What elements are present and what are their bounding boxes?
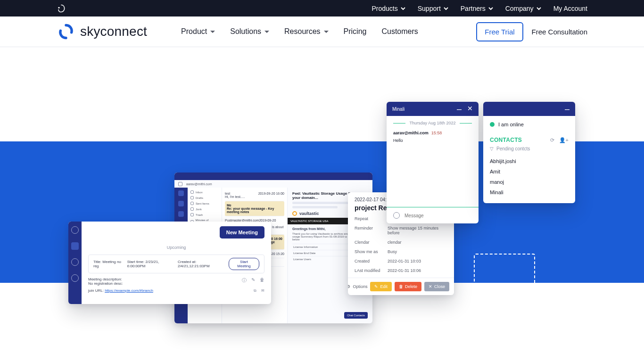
- close-button[interactable]: ✕Close: [424, 282, 449, 291]
- trash-icon[interactable]: 🗑: [260, 277, 264, 284]
- nav-partners[interactable]: Partners: [461, 5, 493, 12]
- gear-icon: ⚙: [348, 284, 350, 289]
- email-account: aarav@mithi.com: [186, 182, 212, 186]
- folder-inbox[interactable]: Inbox: [190, 190, 219, 194]
- rail-home-icon[interactable]: [71, 226, 79, 234]
- minimize-icon[interactable]: –: [457, 105, 462, 113]
- chevron-down-icon: [401, 6, 405, 11]
- folder-drafts[interactable]: Drafts: [190, 196, 219, 199]
- main-nav: skyconnect Product Solutions Resources P…: [0, 16, 644, 47]
- swirl-logo-icon: [57, 4, 66, 13]
- meeting-row[interactable]: Title: Meeting no reg Start time: 2/23/2…: [88, 255, 264, 273]
- folder-sent[interactable]: Sent Items: [190, 202, 219, 205]
- join-label: join URL:: [88, 288, 104, 293]
- contact-item[interactable]: Minali: [490, 187, 569, 197]
- email-account-row: aarav@mithi.com: [174, 180, 372, 188]
- event-options[interactable]: ⚙ Options: [348, 284, 367, 289]
- contacts-heading: CONTACTS: [490, 137, 522, 143]
- rail-contacts-icon[interactable]: [178, 211, 184, 217]
- menu-customers[interactable]: Customers: [381, 27, 418, 36]
- folder-icon: [190, 190, 194, 194]
- brand-name: skyconnect: [80, 24, 147, 39]
- caret-down-icon: [210, 31, 215, 33]
- decorative-dashed-box: [474, 254, 535, 324]
- chat-title: Minali: [392, 107, 405, 112]
- info-icon[interactable]: ⓘ: [242, 277, 247, 284]
- minimize-icon[interactable]: –: [565, 105, 570, 113]
- menu-pricing[interactable]: Pricing: [344, 27, 367, 36]
- chevron-down-icon: [537, 6, 541, 11]
- main-menu: Product Solutions Resources Pricing Cust…: [181, 27, 418, 36]
- meeting-desc-value: No registration desc:: [88, 281, 123, 286]
- trash-icon: 🗑: [399, 284, 403, 289]
- contact-item[interactable]: manoj: [490, 177, 569, 187]
- upcoming-label: Upcoming: [88, 245, 264, 250]
- contact-item[interactable]: Abhijit.joshi: [490, 156, 569, 166]
- nav-my-account[interactable]: My Account: [553, 5, 587, 12]
- mail-icon[interactable]: ✉: [261, 288, 264, 293]
- nav-products[interactable]: Products: [372, 5, 405, 12]
- free-consultation-link[interactable]: Free Consultation: [532, 28, 587, 36]
- menu-resources[interactable]: Resources: [284, 27, 328, 36]
- refresh-icon[interactable]: ⟳: [550, 137, 554, 143]
- caret-down-icon: [324, 31, 329, 33]
- join-url-link[interactable]: https://example.com/#branch: [105, 288, 153, 293]
- folder-icon: [190, 202, 194, 205]
- free-trial-button[interactable]: Free Trial: [476, 22, 523, 41]
- company-mark: [57, 4, 66, 13]
- skyconnect-logo-icon: [57, 23, 75, 40]
- hero: aarav@mithi.com Inbox Drafts Sent Items …: [0, 47, 644, 362]
- close-icon[interactable]: ✕: [467, 105, 473, 113]
- rail-settings-icon[interactable]: [71, 258, 79, 266]
- placeholder-line: [292, 206, 338, 208]
- meeting-desc-label: Meeting description:: [88, 277, 123, 281]
- folder-trash[interactable]: Trash: [190, 213, 219, 216]
- folder-icon: [190, 196, 194, 199]
- svg-point-0: [58, 7, 59, 8]
- folder-junk[interactable]: Junk: [190, 207, 219, 211]
- menu-solutions[interactable]: Solutions: [230, 27, 269, 36]
- menu-product[interactable]: Product: [181, 27, 215, 36]
- folder-icon: [190, 213, 194, 216]
- rail-mail-icon[interactable]: [178, 190, 184, 196]
- rail-power-icon[interactable]: [71, 274, 79, 282]
- chat-input-row: [387, 207, 479, 223]
- event-footer: ⚙ Options ✎Edit 🗑Delete ✕Close: [348, 278, 454, 295]
- contact-item[interactable]: Amit: [490, 166, 569, 177]
- chevron-down-icon: ▽: [490, 146, 494, 151]
- chat-contacts-button[interactable]: Chat Contacts: [344, 312, 368, 319]
- new-meeting-button[interactable]: New Meeting: [220, 226, 264, 239]
- emoji-icon[interactable]: [393, 212, 400, 219]
- folder-icon: [190, 207, 194, 211]
- delete-button[interactable]: 🗑Delete: [395, 282, 421, 291]
- chat-input[interactable]: [405, 213, 472, 218]
- add-contact-icon[interactable]: 👤+: [559, 137, 569, 143]
- message-item[interactable]: test2019-09-20 16:00Hi, I'm test.....: [225, 189, 284, 201]
- email-titlebar: [174, 173, 372, 180]
- edit-icon[interactable]: ✎: [251, 277, 255, 284]
- meeting-rail: [68, 222, 82, 304]
- utility-links: Products Support Partners Company My Acc…: [372, 5, 587, 12]
- start-meeting-button[interactable]: Start Meeting: [229, 258, 259, 270]
- nav-support[interactable]: Support: [418, 5, 448, 12]
- chevron-down-icon: [488, 6, 493, 11]
- chat-window: Minali – ✕ Thursday Aug 18th 2022 aarav@…: [387, 102, 479, 223]
- rail-calendar-icon[interactable]: [178, 201, 184, 206]
- utility-bar: Products Support Partners Company My Acc…: [0, 0, 644, 16]
- pencil-icon: ✎: [374, 284, 378, 289]
- contacts-list: Abhijit.joshi Amit manoj Minali: [490, 156, 569, 197]
- edit-button[interactable]: ✎Edit: [370, 282, 392, 291]
- brand[interactable]: skyconnect: [57, 23, 147, 40]
- rail-meetings-icon[interactable]: [71, 242, 79, 250]
- vault-ring-icon: [292, 211, 297, 216]
- pending-contacts[interactable]: ▽ Pending contcts: [490, 146, 569, 151]
- cta-group: Free Trial Free Consultation: [476, 22, 587, 41]
- contacts-window: – I am online CONTACTS ⟳ 👤+ ▽ Pending co…: [483, 102, 575, 203]
- meeting-window: New Meeting Upcoming Title: Meeting no r…: [68, 222, 271, 304]
- presence-status[interactable]: I am online: [490, 122, 569, 127]
- message-item[interactable]: MeRe: your quote message - Key meeting n…: [225, 201, 284, 216]
- copy-icon[interactable]: ⧉: [254, 288, 256, 293]
- online-dot-icon: [490, 122, 495, 127]
- nav-company[interactable]: Company: [505, 5, 541, 12]
- avatar-icon: [178, 182, 182, 186]
